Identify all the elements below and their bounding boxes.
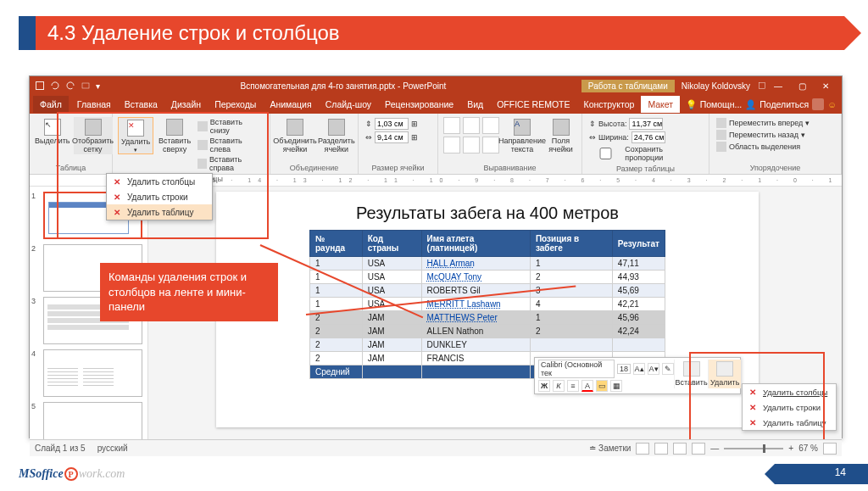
save-icon[interactable] xyxy=(35,81,45,91)
tab-constructor[interactable]: Конструктор xyxy=(577,96,642,113)
notes-button[interactable]: ≐ Заметки xyxy=(589,444,631,453)
delete-rows-item[interactable]: ✕Удалить строки xyxy=(107,189,212,204)
increase-font-icon[interactable]: A▴ xyxy=(633,363,645,375)
mini-font-size[interactable]: 18 xyxy=(617,364,631,374)
undo-icon[interactable] xyxy=(50,81,60,91)
fit-to-window-icon[interactable] xyxy=(823,443,837,455)
split-cells-button[interactable]: Разделить ячейки xyxy=(318,117,355,154)
align-right-icon[interactable] xyxy=(482,117,499,134)
minimize-button[interactable]: — xyxy=(767,79,789,92)
ctx-delete-columns[interactable]: ✕Удалить столбцы xyxy=(743,384,836,399)
send-backward-button[interactable]: Переместить назад ▾ xyxy=(715,129,811,141)
mini-delete-button[interactable]: Удалить xyxy=(708,360,741,388)
table-row: 2JAMDUNKLEY xyxy=(310,338,665,352)
close-button[interactable]: ✕ xyxy=(815,79,837,92)
cell-height-input[interactable]: ⇕ ⊞ xyxy=(364,117,420,131)
tab-view[interactable]: Вид xyxy=(460,96,490,113)
mini-insert-button[interactable]: Вставить xyxy=(674,360,708,388)
username[interactable]: Nikolay Koldovsky xyxy=(675,80,757,92)
thumbnail-5[interactable]: 5 xyxy=(31,402,142,439)
tab-design[interactable]: Дизайн xyxy=(164,96,208,113)
delete-button[interactable]: ✕Удалить▾ xyxy=(118,117,153,154)
comments-icon[interactable] xyxy=(812,98,824,110)
tab-review[interactable]: Рецензирование xyxy=(378,96,460,113)
insert-left-button[interactable]: Вставить слева xyxy=(196,136,264,154)
ribbon-options-icon[interactable] xyxy=(757,81,767,91)
th-position[interactable]: Позиция в забеге xyxy=(530,231,612,257)
merge-cells-button[interactable]: Объединить ячейки xyxy=(275,117,314,154)
help-button[interactable]: Помощн... xyxy=(700,99,743,109)
reading-view-icon[interactable] xyxy=(673,443,687,455)
table-row-selected: 2JAMMATTHEWS Peter145,96 xyxy=(310,311,665,325)
tab-transitions[interactable]: Переходы xyxy=(208,96,263,113)
slide-counter: Слайд 1 из 5 xyxy=(35,444,86,453)
th-round[interactable]: № раунда xyxy=(310,231,363,257)
tab-home[interactable]: Главная xyxy=(70,96,118,113)
share-icon[interactable]: 👤 xyxy=(745,99,756,110)
decrease-font-icon[interactable]: A▾ xyxy=(648,363,659,375)
th-result[interactable]: Результат xyxy=(612,231,665,257)
th-athlete[interactable]: Имя атлета (латиницей) xyxy=(421,231,530,257)
slideshow-view-icon[interactable] xyxy=(692,443,705,455)
emoji-icon[interactable]: ☺ xyxy=(827,99,837,109)
align-icon[interactable]: ≡ xyxy=(567,380,579,392)
share-button[interactable]: Поделиться xyxy=(760,99,809,109)
border-icon[interactable]: ▦ xyxy=(610,380,622,392)
cell-width-input[interactable]: ⇔ ⊞ xyxy=(364,131,420,144)
slide-content-title[interactable]: Результаты забега на 400 метров xyxy=(216,192,759,230)
page-number: 14 xyxy=(775,464,868,484)
table-height-input[interactable]: ⇕ Высота: xyxy=(587,117,704,131)
insert-above-button[interactable]: Вставить сверху xyxy=(157,117,192,154)
cell-margins-button[interactable]: Поля ячейки xyxy=(545,117,576,154)
align-middle-icon[interactable] xyxy=(463,137,480,153)
insert-right-button[interactable]: Вставить справа xyxy=(196,154,264,173)
tab-slideshow[interactable]: Слайд-шоу xyxy=(319,96,378,113)
format-painter-icon[interactable]: ✎ xyxy=(662,363,674,375)
fill-color-icon[interactable]: ▭ xyxy=(596,380,608,392)
tab-animation[interactable]: Анимация xyxy=(263,96,318,113)
delete-columns-item[interactable]: ✕Удалить столбцы xyxy=(107,174,212,189)
bring-forward-button[interactable]: Переместить вперед ▾ xyxy=(715,117,811,129)
zoom-level[interactable]: 67 % xyxy=(798,444,818,453)
align-bottom-icon[interactable] xyxy=(482,137,499,153)
select-button[interactable]: ↖Выделить xyxy=(35,117,70,146)
table-width-input[interactable]: ⇔ Ширина: xyxy=(587,131,704,144)
italic-icon[interactable]: К xyxy=(553,380,565,392)
view-gridlines-button[interactable]: Отобразить сетку xyxy=(74,117,113,154)
qat-dropdown-icon[interactable]: ▾ xyxy=(96,81,100,91)
sorter-view-icon[interactable] xyxy=(654,443,668,455)
tab-layout[interactable]: Макет xyxy=(641,96,680,113)
font-color-icon[interactable]: A xyxy=(581,380,593,392)
mini-font-name[interactable]: Calibri (Основной тек xyxy=(538,360,615,378)
group-label-arrange: Упорядочение xyxy=(715,162,836,174)
language-status[interactable]: русский xyxy=(97,444,128,453)
group-label-table: Таблица xyxy=(35,162,107,174)
zoom-plus[interactable]: + xyxy=(788,444,793,453)
start-icon[interactable] xyxy=(81,81,91,91)
align-top-icon[interactable] xyxy=(443,137,460,153)
normal-view-icon[interactable] xyxy=(636,443,649,455)
svg-rect-0 xyxy=(36,82,44,90)
footer-logo: MSofficePwork.com xyxy=(19,467,125,482)
ctx-delete-rows[interactable]: ✕Удалить строки xyxy=(743,399,836,415)
group-label-cellsize: Размер ячейки xyxy=(364,162,432,174)
lock-aspect-checkbox[interactable]: Сохранить пропорции xyxy=(587,144,704,163)
zoom-slider[interactable] xyxy=(724,448,783,449)
ctx-delete-table[interactable]: ✕Удалить таблицу xyxy=(743,415,836,430)
bold-icon[interactable]: Ж xyxy=(538,380,550,392)
tab-officeremote[interactable]: OFFICE REMOTE xyxy=(490,96,576,113)
redo-icon[interactable] xyxy=(65,81,75,91)
text-direction-button[interactable]: AНаправление текста xyxy=(503,117,542,154)
maximize-button[interactable]: ▢ xyxy=(791,79,813,92)
selection-pane-button[interactable]: Область выделения xyxy=(715,141,811,153)
align-center-icon[interactable] xyxy=(463,117,480,134)
context-delete-menu: ✕Удалить столбцы ✕Удалить строки ✕Удалит… xyxy=(742,383,837,431)
th-country[interactable]: Код страны xyxy=(362,231,421,257)
align-left-icon[interactable] xyxy=(443,117,460,134)
thumbnail-4[interactable]: 4 xyxy=(31,349,142,397)
delete-table-item[interactable]: ✕Удалить таблицу xyxy=(107,204,212,220)
tell-me-icon[interactable]: 💡 xyxy=(686,99,697,110)
tab-file[interactable]: Файл xyxy=(33,96,69,113)
tab-insert[interactable]: Вставка xyxy=(118,96,164,113)
insert-below-button[interactable]: Вставить снизу xyxy=(196,117,264,136)
